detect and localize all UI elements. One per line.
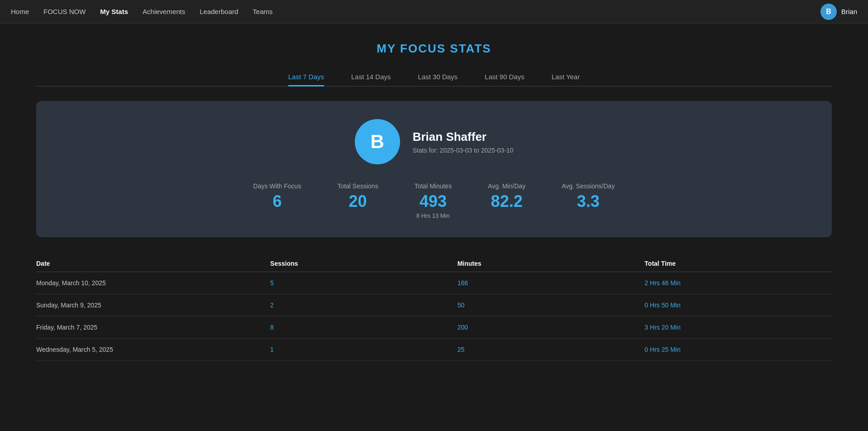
row-date-0: Monday, March 10, 2025	[36, 279, 270, 287]
nav-achievements[interactable]: Achievements	[143, 6, 185, 17]
metric-value-minutes: 493	[415, 193, 452, 210]
profile-row: B Brian Shaffer Stats for: 2025-03-03 to…	[355, 119, 514, 164]
metric-label-avg-min: Avg. Min/Day	[488, 182, 525, 190]
row-total-2: 3 Hrs 20 Min	[644, 324, 832, 331]
metric-days-focus: Days With Focus 6	[253, 182, 301, 219]
tab-last-14-days[interactable]: Last 14 Days	[351, 68, 391, 86]
nav-avatar[interactable]: B	[820, 4, 837, 20]
metric-label-avg-sessions: Avg. Sessions/Day	[562, 182, 615, 190]
col-header-total: Total Time	[644, 260, 832, 267]
row-minutes-2: 200	[458, 324, 645, 331]
tab-last-year[interactable]: Last Year	[552, 68, 580, 86]
nav-home[interactable]: Home	[11, 6, 29, 17]
profile-info: Brian Shaffer Stats for: 2025-03-03 to 2…	[413, 130, 514, 154]
time-tabs: Last 7 Days Last 14 Days Last 30 Days La…	[36, 68, 832, 86]
metric-label-minutes: Total Minutes	[415, 182, 452, 190]
table-row: Wednesday, March 5, 2025 1 25 0 Hrs 25 M…	[36, 339, 832, 361]
metric-value-avg-min: 82.2	[488, 193, 525, 210]
metric-value-days: 6	[253, 193, 301, 210]
profile-dates: Stats for: 2025-03-03 to 2025-03-10	[413, 147, 514, 154]
row-sessions-1: 2	[270, 302, 458, 309]
table-header: Date Sessions Minutes Total Time	[36, 255, 832, 272]
metric-sub-minutes: 8 Hrs 13 Min	[415, 212, 452, 219]
nav-user: B Brian	[820, 4, 857, 20]
row-minutes-0: 166	[458, 279, 645, 287]
navbar: Home FOCUS NOW My Stats Achievements Lea…	[0, 0, 868, 24]
tab-last-30-days[interactable]: Last 30 Days	[418, 68, 458, 86]
nav-my-stats[interactable]: My Stats	[100, 6, 128, 17]
row-date-2: Friday, March 7, 2025	[36, 324, 270, 331]
row-sessions-2: 8	[270, 324, 458, 331]
metric-total-sessions: Total Sessions 20	[337, 182, 378, 219]
col-header-date: Date	[36, 260, 270, 267]
metric-avg-min-day: Avg. Min/Day 82.2	[488, 182, 525, 219]
row-sessions-3: 1	[270, 346, 458, 353]
profile-avatar: B	[355, 119, 400, 164]
row-minutes-1: 50	[458, 302, 645, 309]
row-date-3: Wednesday, March 5, 2025	[36, 346, 270, 353]
table-row: Monday, March 10, 2025 5 166 2 Hrs 46 Mi…	[36, 272, 832, 294]
metric-total-minutes: Total Minutes 493 8 Hrs 13 Min	[415, 182, 452, 219]
nav-focus-now[interactable]: FOCUS NOW	[43, 6, 86, 17]
col-header-minutes: Minutes	[458, 260, 645, 267]
metric-avg-sessions-day: Avg. Sessions/Day 3.3	[562, 182, 615, 219]
nav-links: Home FOCUS NOW My Stats Achievements Lea…	[11, 6, 820, 17]
data-table: Date Sessions Minutes Total Time Monday,…	[36, 255, 832, 361]
row-sessions-0: 5	[270, 279, 458, 287]
table-row: Sunday, March 9, 2025 2 50 0 Hrs 50 Min	[36, 294, 832, 316]
metric-value-sessions: 20	[337, 193, 378, 210]
metric-label-sessions: Total Sessions	[337, 182, 378, 190]
table-row: Friday, March 7, 2025 8 200 3 Hrs 20 Min	[36, 316, 832, 339]
col-header-sessions: Sessions	[270, 260, 458, 267]
nav-username: Brian	[841, 8, 857, 15]
page-title: MY FOCUS STATS	[36, 42, 832, 56]
metric-value-avg-sessions: 3.3	[562, 193, 615, 210]
metrics-row: Days With Focus 6 Total Sessions 20 Tota…	[253, 182, 615, 219]
main-content: MY FOCUS STATS Last 7 Days Last 14 Days …	[0, 24, 868, 379]
row-minutes-3: 25	[458, 346, 645, 353]
nav-leaderboard[interactable]: Leaderboard	[200, 6, 238, 17]
profile-name: Brian Shaffer	[413, 130, 514, 144]
row-total-1: 0 Hrs 50 Min	[644, 302, 832, 309]
nav-teams[interactable]: Teams	[253, 6, 272, 17]
row-total-0: 2 Hrs 46 Min	[644, 279, 832, 287]
tab-last-90-days[interactable]: Last 90 Days	[485, 68, 525, 86]
stats-card: B Brian Shaffer Stats for: 2025-03-03 to…	[36, 101, 832, 237]
tab-last-7-days[interactable]: Last 7 Days	[288, 68, 324, 86]
row-date-1: Sunday, March 9, 2025	[36, 302, 270, 309]
row-total-3: 0 Hrs 25 Min	[644, 346, 832, 353]
metric-label-days: Days With Focus	[253, 182, 301, 190]
